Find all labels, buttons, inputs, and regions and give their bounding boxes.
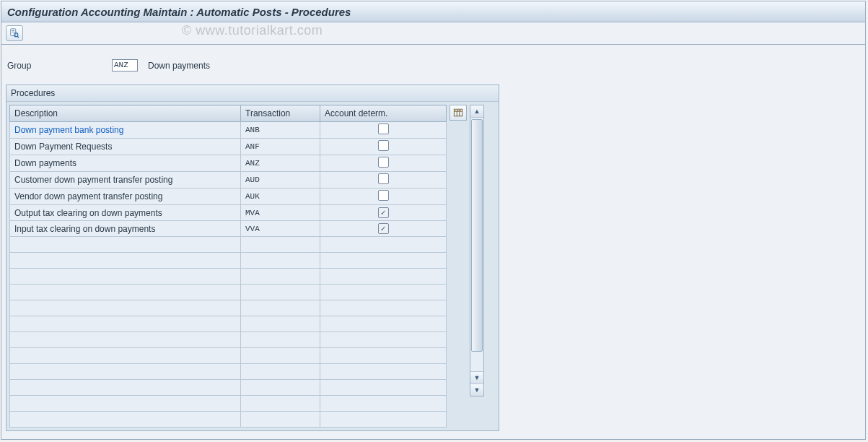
svg-rect-9 bbox=[459, 110, 460, 111]
cell-account-determ[interactable] bbox=[320, 155, 447, 172]
col-transaction[interactable]: Transaction bbox=[241, 105, 320, 122]
cell-description[interactable]: Output tax clearing on down payments bbox=[10, 205, 241, 221]
cell-empty[interactable] bbox=[320, 332, 447, 348]
table-settings-button[interactable] bbox=[450, 105, 467, 121]
cell-empty[interactable] bbox=[320, 269, 447, 285]
cell-empty[interactable] bbox=[241, 316, 320, 332]
col-description[interactable]: Description bbox=[10, 105, 241, 122]
cell-empty[interactable] bbox=[10, 237, 241, 253]
cell-description[interactable]: Down Payment Requests bbox=[10, 139, 241, 155]
cell-transaction[interactable]: MVA bbox=[241, 205, 320, 221]
cell-empty[interactable] bbox=[10, 380, 241, 396]
scroll-track[interactable] bbox=[470, 118, 483, 371]
cell-empty[interactable] bbox=[320, 300, 447, 316]
table-row-empty[interactable] bbox=[10, 364, 447, 380]
table-row[interactable]: Down payment bank postingANB bbox=[10, 122, 447, 139]
cell-empty[interactable] bbox=[10, 253, 241, 269]
cell-empty[interactable] bbox=[10, 285, 241, 300]
cell-empty[interactable] bbox=[320, 396, 447, 412]
checkbox-icon[interactable] bbox=[378, 140, 389, 151]
panel-body: Description Transaction Account determ. … bbox=[6, 102, 499, 430]
table-row[interactable]: Customer down payment transfer postingAU… bbox=[10, 172, 447, 188]
table-row-empty[interactable] bbox=[10, 300, 447, 316]
table-row-empty[interactable] bbox=[10, 316, 447, 332]
cell-transaction[interactable]: ANF bbox=[241, 139, 320, 155]
table-row[interactable]: Vendor down payment transfer postingAUK bbox=[10, 188, 447, 205]
cell-empty[interactable] bbox=[241, 300, 320, 316]
cell-empty[interactable] bbox=[320, 237, 447, 253]
cell-transaction[interactable]: ANB bbox=[241, 122, 320, 139]
cell-empty[interactable] bbox=[320, 380, 447, 396]
checkbox-icon[interactable] bbox=[378, 124, 389, 134]
cell-empty[interactable] bbox=[241, 348, 320, 364]
cell-description[interactable]: Down payments bbox=[10, 155, 241, 172]
scroll-thumb[interactable] bbox=[471, 119, 483, 352]
cell-empty[interactable] bbox=[241, 285, 320, 300]
table-row-empty[interactable] bbox=[10, 269, 447, 285]
row-link[interactable]: Down payment bank posting bbox=[14, 125, 123, 135]
scroll-page-down-icon[interactable]: ▼ bbox=[470, 384, 483, 396]
cell-account-determ[interactable] bbox=[320, 139, 447, 155]
checkbox-icon[interactable] bbox=[378, 157, 389, 168]
cell-empty[interactable] bbox=[241, 380, 320, 396]
cell-description[interactable]: Input tax clearing on down payments bbox=[10, 221, 241, 237]
cell-empty[interactable] bbox=[10, 300, 241, 316]
cell-empty[interactable] bbox=[320, 412, 447, 428]
checkbox-icon[interactable] bbox=[378, 190, 389, 201]
cell-empty[interactable] bbox=[320, 316, 447, 332]
cell-empty[interactable] bbox=[10, 396, 241, 412]
cell-empty[interactable] bbox=[241, 364, 320, 380]
cell-empty[interactable] bbox=[10, 316, 241, 332]
cell-transaction[interactable]: ANZ bbox=[241, 155, 320, 172]
table-row-empty[interactable] bbox=[10, 285, 447, 300]
cell-empty[interactable] bbox=[241, 332, 320, 348]
vertical-scrollbar[interactable]: ▲ ▼ ▼ bbox=[470, 105, 484, 396]
cell-account-determ[interactable]: ✓ bbox=[320, 205, 447, 221]
cell-empty[interactable] bbox=[241, 412, 320, 428]
cell-transaction[interactable]: AUK bbox=[241, 188, 320, 205]
table-row-empty[interactable] bbox=[10, 237, 447, 253]
table-row-empty[interactable] bbox=[10, 348, 447, 364]
cell-description[interactable]: Down payment bank posting bbox=[10, 122, 241, 139]
cell-description[interactable]: Customer down payment transfer posting bbox=[10, 172, 241, 188]
cell-empty[interactable] bbox=[10, 364, 241, 380]
cell-transaction[interactable]: AUD bbox=[241, 172, 320, 188]
cell-empty[interactable] bbox=[320, 348, 447, 364]
cell-account-determ[interactable] bbox=[320, 122, 447, 139]
cell-transaction[interactable]: VVA bbox=[241, 221, 320, 237]
cell-empty[interactable] bbox=[10, 332, 241, 348]
checkbox-icon[interactable] bbox=[378, 173, 389, 184]
cell-empty[interactable] bbox=[241, 269, 320, 285]
checkbox-icon[interactable]: ✓ bbox=[378, 223, 389, 234]
table-row[interactable]: Output tax clearing on down paymentsMVA✓ bbox=[10, 205, 447, 221]
cell-empty[interactable] bbox=[10, 412, 241, 428]
cell-account-determ[interactable] bbox=[320, 188, 447, 205]
details-button[interactable] bbox=[6, 25, 23, 41]
table-row[interactable]: Down Payment RequestsANF bbox=[10, 139, 447, 155]
cell-empty[interactable] bbox=[320, 253, 447, 269]
cell-description[interactable]: Vendor down payment transfer posting bbox=[10, 188, 241, 205]
group-field[interactable]: ANZ bbox=[112, 59, 138, 72]
table-row[interactable]: Down paymentsANZ bbox=[10, 155, 447, 172]
cell-empty[interactable] bbox=[10, 348, 241, 364]
scroll-down-icon[interactable]: ▼ bbox=[470, 371, 483, 384]
table-row-empty[interactable] bbox=[10, 412, 447, 428]
cell-empty[interactable] bbox=[241, 237, 320, 253]
page-title: Configuration Accounting Maintain : Auto… bbox=[7, 6, 351, 18]
table-row-empty[interactable] bbox=[10, 253, 447, 269]
cell-empty[interactable] bbox=[10, 269, 241, 285]
cell-account-determ[interactable] bbox=[320, 172, 447, 188]
cell-empty[interactable] bbox=[320, 364, 447, 380]
cell-empty[interactable] bbox=[241, 396, 320, 412]
scroll-up-icon[interactable]: ▲ bbox=[470, 105, 483, 118]
table-row-empty[interactable] bbox=[10, 396, 447, 412]
cell-empty[interactable] bbox=[320, 285, 447, 300]
titlebar: Configuration Accounting Maintain : Auto… bbox=[1, 1, 865, 22]
table-row[interactable]: Input tax clearing on down paymentsVVA✓ bbox=[10, 221, 447, 237]
cell-empty[interactable] bbox=[241, 253, 320, 269]
table-row-empty[interactable] bbox=[10, 332, 447, 348]
table-row-empty[interactable] bbox=[10, 380, 447, 396]
checkbox-icon[interactable]: ✓ bbox=[378, 207, 389, 218]
col-account-determ[interactable]: Account determ. bbox=[320, 105, 447, 122]
cell-account-determ[interactable]: ✓ bbox=[320, 221, 447, 237]
